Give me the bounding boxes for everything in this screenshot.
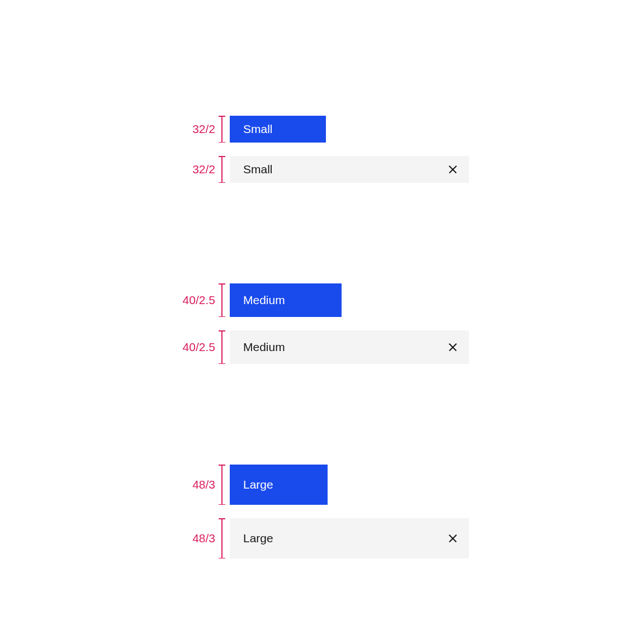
measurement-bracket-icon <box>219 283 225 317</box>
small-button[interactable]: Small <box>230 116 326 143</box>
size-group-small: 32/2 Small 32/2 Small <box>179 116 470 183</box>
button-row-medium: 40/2.5 Medium <box>179 283 470 317</box>
input-value: Medium <box>243 340 285 354</box>
input-value: Small <box>243 163 273 176</box>
large-button[interactable]: Large <box>230 465 328 505</box>
input-row-large: 48/3 Large <box>179 518 470 558</box>
measurement-bracket-icon <box>219 116 225 143</box>
dimension-label-small-input: 32/2 <box>179 163 215 176</box>
measurement-bracket-icon <box>219 465 225 505</box>
measurement-bracket-icon <box>219 518 225 558</box>
button-label: Medium <box>243 293 285 307</box>
input-row-small: 32/2 Small <box>179 156 470 183</box>
measurement-bracket-icon <box>219 330 225 364</box>
dimension-label-medium-input: 40/2.5 <box>179 340 215 354</box>
close-icon[interactable] <box>448 164 458 174</box>
close-icon[interactable] <box>448 533 458 543</box>
large-input[interactable]: Large <box>230 518 469 558</box>
small-input[interactable]: Small <box>230 156 469 183</box>
input-value: Large <box>243 532 273 545</box>
size-group-large: 48/3 Large 48/3 Large <box>179 465 470 558</box>
medium-input[interactable]: Medium <box>230 330 469 364</box>
measurement-bracket-icon <box>219 156 225 183</box>
input-row-medium: 40/2.5 Medium <box>179 330 470 364</box>
dimension-label-medium-button: 40/2.5 <box>179 293 215 307</box>
dimension-label-large-button: 48/3 <box>179 478 215 491</box>
button-label: Large <box>243 478 273 491</box>
size-group-medium: 40/2.5 Medium 40/2.5 Medium <box>179 283 470 364</box>
medium-button[interactable]: Medium <box>230 283 342 317</box>
button-label: Small <box>243 122 273 136</box>
dimension-label-small-button: 32/2 <box>179 122 215 136</box>
button-row-small: 32/2 Small <box>179 116 470 143</box>
dimension-label-large-input: 48/3 <box>179 532 215 545</box>
button-row-large: 48/3 Large <box>179 465 470 505</box>
close-icon[interactable] <box>448 342 458 352</box>
